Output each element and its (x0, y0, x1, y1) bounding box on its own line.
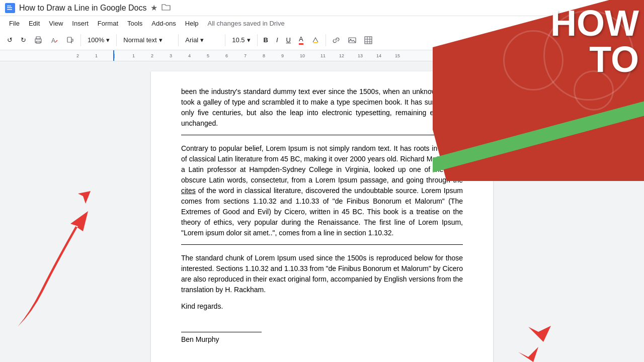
svg-text:12: 12 (339, 53, 344, 58)
cites-link[interactable]: cites (181, 187, 196, 195)
svg-text:10: 10 (300, 53, 305, 58)
title-bar: How to Draw a Line in Google Docs ★ (0, 0, 644, 16)
svg-rect-3 (7, 9, 12, 10)
svg-text:6: 6 (225, 53, 228, 58)
style-selector[interactable]: Normal text ▾ (120, 33, 175, 47)
italic-button[interactable]: I (273, 34, 281, 46)
folder-icon[interactable] (162, 4, 171, 13)
salutation: Kind regards. (181, 301, 463, 312)
svg-text:9: 9 (281, 53, 284, 58)
menu-insert[interactable]: Insert (68, 18, 93, 29)
zoom-selector[interactable]: 100% ▾ (84, 33, 113, 47)
toolbar-separator-6 (326, 34, 326, 46)
toolbar-separator-5 (257, 34, 258, 46)
bold-button[interactable]: B (261, 34, 271, 46)
paragraph-2: Contrary to popular belief, Lorem Ipsum … (181, 143, 463, 238)
toolbar-separator-4 (225, 34, 225, 46)
paint-format-button[interactable] (63, 34, 77, 46)
signature-line (181, 332, 262, 332)
svg-text:2: 2 (151, 53, 153, 58)
svg-text:11: 11 (320, 53, 326, 58)
font-size-selector[interactable]: 10.5 ▾ (228, 33, 254, 47)
svg-rect-2 (7, 7, 12, 8)
paragraph-1: been the industry's standard dummy text … (181, 86, 463, 129)
spell-check-button[interactable]: A (47, 34, 61, 46)
svg-rect-12 (365, 37, 372, 44)
svg-rect-6 (36, 41, 40, 43)
star-icon[interactable]: ★ (150, 3, 157, 13)
svg-rect-8 (67, 37, 71, 42)
svg-text:7: 7 (244, 53, 247, 58)
paragraph-3: The standard chunk of Lorem Ipsum used s… (181, 253, 463, 295)
menu-edit[interactable]: Edit (25, 18, 44, 29)
doc-icon (5, 3, 15, 13)
menu-addons[interactable]: Add-ons (147, 18, 180, 29)
toolbar-separator-1 (80, 34, 81, 46)
undo-button[interactable]: ↺ (4, 34, 16, 46)
horizontal-rule-1 (181, 135, 463, 135)
autosave-status: All changes saved in Drive (208, 20, 285, 27)
svg-text:5: 5 (207, 53, 209, 58)
print-button[interactable] (31, 34, 45, 46)
highlight-button[interactable] (308, 34, 323, 46)
svg-text:3: 3 (170, 53, 172, 58)
menu-help[interactable]: Help (181, 18, 203, 29)
svg-rect-9 (313, 42, 317, 43)
page[interactable]: been the industry's standard dummy text … (151, 71, 493, 362)
svg-text:1: 1 (132, 53, 135, 58)
image-button[interactable] (345, 34, 359, 46)
menu-tools[interactable]: Tools (123, 18, 146, 29)
svg-rect-1 (7, 6, 11, 7)
svg-text:A: A (51, 37, 55, 44)
redo-button[interactable]: ↻ (18, 34, 29, 46)
toolbar-separator-3 (178, 34, 179, 46)
menu-view[interactable]: View (45, 18, 67, 29)
menu-bar: File Edit View Insert Format Tools Add-o… (0, 16, 644, 30)
svg-text:4: 4 (188, 53, 191, 58)
svg-text:13: 13 (358, 53, 363, 58)
svg-text:8: 8 (263, 53, 265, 58)
menu-format[interactable]: Format (94, 18, 122, 29)
toolbar-separator-2 (116, 34, 117, 46)
text-color-button[interactable]: A (296, 33, 306, 47)
signature-name: Ben Murphy (181, 334, 463, 345)
table-button[interactable] (361, 34, 375, 46)
horizontal-rule-2 (181, 244, 463, 245)
menu-file[interactable]: File (5, 18, 24, 29)
font-selector[interactable]: Arial ▾ (182, 33, 222, 47)
document-area: been the industry's standard dummy text … (0, 61, 644, 362)
underline-button[interactable]: U (283, 34, 294, 46)
document-title: How to Draw a Line in Google Docs (19, 4, 146, 13)
ruler: 2 1 | 1 2 3 4 5 6 7 8 9 10 11 12 13 14 1… (0, 50, 644, 61)
svg-text:14: 14 (376, 53, 381, 58)
svg-text:2: 2 (76, 53, 79, 58)
toolbar: ↺ ↻ A 100% ▾ Normal text ▾ Arial ▾ 10.5 … (0, 30, 644, 50)
svg-text:15: 15 (395, 53, 400, 58)
link-button[interactable] (329, 34, 343, 46)
svg-text:1: 1 (95, 53, 98, 58)
